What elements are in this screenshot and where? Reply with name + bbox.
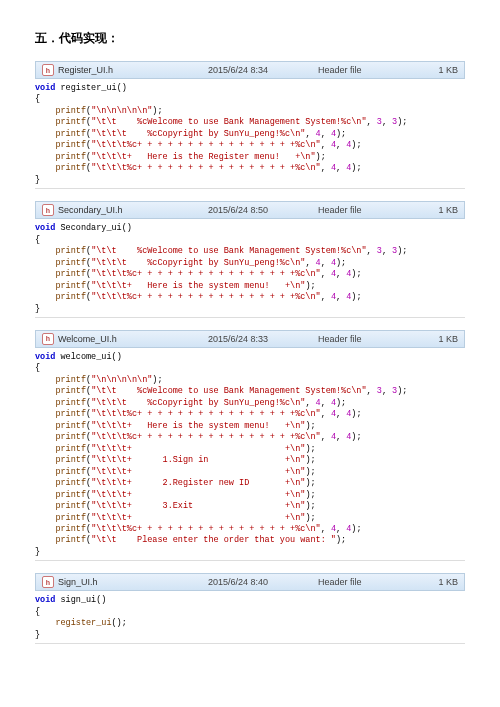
code-token-punct: , — [321, 292, 331, 302]
code-line: printf("\t\t Please enter the order that… — [35, 535, 465, 546]
code-token-call: printf — [55, 524, 86, 534]
code-token-str: "\t\t\t%c+ + + + + + + + + + + + + + + +… — [91, 140, 321, 150]
file-name: Secondary_UI.h — [58, 205, 208, 215]
file-date: 2015/6/24 8:40 — [208, 577, 318, 587]
code-token-str: "\t\t\t+ +\n" — [91, 513, 305, 523]
code-token-plain — [35, 386, 55, 396]
file-name: Welcome_UI.h — [58, 334, 208, 344]
code-token-punct: , — [367, 117, 377, 127]
code-token-punct: , — [321, 258, 331, 268]
code-token-punct: , — [336, 292, 346, 302]
file-block: hWelcome_UI.h2015/6/24 8:33Header file1 … — [35, 330, 465, 561]
file-block: hSign_UI.h2015/6/24 8:40Header file1 KBv… — [35, 573, 465, 644]
code-token-punct: ); — [152, 106, 162, 116]
code-token-punct: ); — [351, 409, 361, 419]
code-line: printf("\t\t\t+ 1.Sign in +\n"); — [35, 455, 465, 466]
code-line: printf("\t\t\t+ +\n"); — [35, 467, 465, 478]
code-token-call: printf — [55, 375, 86, 385]
code-token-plain — [35, 467, 55, 477]
code-token-plain — [35, 513, 55, 523]
code-token-call: printf — [55, 246, 86, 256]
file-size: 1 KB — [408, 65, 458, 75]
code-token-plain — [35, 106, 55, 116]
code-token-punct: , — [321, 163, 331, 173]
code-token-str: "\t\t\t%c+ + + + + + + + + + + + + + + +… — [91, 409, 321, 419]
code-token-plain — [35, 152, 55, 162]
code-token-punct: ); — [351, 292, 361, 302]
code-token-punct: , — [321, 269, 331, 279]
code-line: void Secondary_ui() — [35, 223, 465, 234]
code-token-str: "\t\t Please enter the order that you wa… — [91, 535, 336, 545]
code-line: printf("\t\t\t%c+ + + + + + + + + + + + … — [35, 269, 465, 280]
code-line: void welcome_ui() — [35, 352, 465, 363]
code-token-brace: { — [35, 363, 40, 373]
file-size: 1 KB — [408, 205, 458, 215]
code-line: printf("\t\t\t%c+ + + + + + + + + + + + … — [35, 163, 465, 174]
code-token-call: printf — [55, 386, 86, 396]
code-token-call: printf — [55, 106, 86, 116]
code-line: { — [35, 607, 465, 618]
code-token-str: "\t\t\t%c+ + + + + + + + + + + + + + + +… — [91, 432, 321, 442]
code-line: { — [35, 235, 465, 246]
file-type: Header file — [318, 65, 408, 75]
code-token-punct: ); — [351, 524, 361, 534]
code-line: printf("\t\t\t %cCopyright by SunYu_peng… — [35, 258, 465, 269]
file-name: Register_UI.h — [58, 65, 208, 75]
code-token-brace: { — [35, 607, 40, 617]
file-size: 1 KB — [408, 334, 458, 344]
code-token-punct: , — [321, 524, 331, 534]
code-token-kw: void — [35, 223, 55, 233]
code-token-punct: ); — [351, 432, 361, 442]
code-token-punct: ); — [305, 421, 315, 431]
code-token-brace: } — [35, 630, 40, 640]
code-token-punct: , — [367, 386, 377, 396]
code-token-plain — [35, 258, 55, 268]
code-token-call: printf — [55, 292, 86, 302]
code-token-str: "\t\t\t+ 3.Exit +\n" — [91, 501, 305, 511]
code-token-str: "\t\t %cWelcome to use Bank Management S… — [91, 246, 366, 256]
code-token-plain — [35, 432, 55, 442]
code-token-punct: ); — [351, 163, 361, 173]
code-token-punct: ); — [397, 246, 407, 256]
code-token-punct: , — [336, 269, 346, 279]
code-token-str: "\t\t\t+ 2.Register new ID +\n" — [91, 478, 305, 488]
file-header: hSign_UI.h2015/6/24 8:40Header file1 KB — [35, 573, 465, 591]
code-token-brace: } — [35, 304, 40, 314]
code-token-brace: } — [35, 175, 40, 185]
code-line: printf("\n\n\n\n\n"); — [35, 106, 465, 117]
code-token-call: printf — [55, 129, 86, 139]
code-token-call: printf — [55, 398, 86, 408]
code-line: { — [35, 94, 465, 105]
code-token-call: printf — [55, 163, 86, 173]
code-token-punct: ); — [336, 258, 346, 268]
code-token-call: printf — [55, 535, 86, 545]
code-token-punct: , — [305, 129, 315, 139]
code-token-str: "\t\t\t%c+ + + + + + + + + + + + + + + +… — [91, 269, 321, 279]
code-token-plain — [35, 524, 55, 534]
code-token-punct: ); — [152, 375, 162, 385]
code-token-call: printf — [55, 501, 86, 511]
file-header: hWelcome_UI.h2015/6/24 8:33Header file1 … — [35, 330, 465, 348]
code-token-kw: void — [35, 352, 55, 362]
code-token-punct: ); — [305, 501, 315, 511]
code-line: register_ui(); — [35, 618, 465, 629]
code-token-paren: () — [112, 352, 122, 362]
code-token-punct: , — [367, 246, 377, 256]
code-line: printf("\t\t\t%c+ + + + + + + + + + + + … — [35, 524, 465, 535]
code-token-str: "\n\n\n\n\n" — [91, 106, 152, 116]
code-token-str: "\t\t\t%c+ + + + + + + + + + + + + + + +… — [91, 163, 321, 173]
code-token-punct: ); — [305, 513, 315, 523]
header-file-icon: h — [42, 576, 54, 588]
code-token-plain — [35, 421, 55, 431]
code-token-call: printf — [55, 490, 86, 500]
code-line: printf("\t\t\t %cCopyright by SunYu_peng… — [35, 129, 465, 140]
code-token-punct: , — [336, 163, 346, 173]
code-token-call: register_ui — [55, 618, 111, 628]
code-token-punct: ); — [397, 117, 407, 127]
code-token-punct: ); — [305, 467, 315, 477]
code-token-plain — [35, 246, 55, 256]
file-date: 2015/6/24 8:34 — [208, 65, 318, 75]
code-listing: void register_ui(){ printf("\n\n\n\n\n")… — [35, 79, 465, 189]
file-date: 2015/6/24 8:50 — [208, 205, 318, 215]
code-token-call: printf — [55, 281, 86, 291]
